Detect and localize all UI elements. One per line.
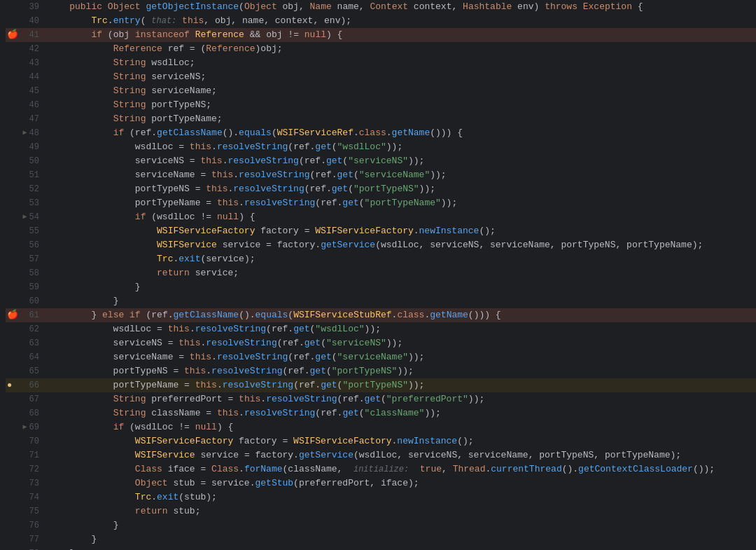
code-line-49: 49 wsdlLoc = this.resolveString(ref.get(… — [6, 140, 756, 154]
line-number-49: 49 — [6, 140, 48, 154]
code-line-66: ●66 portTypeName = this.resolveString(re… — [6, 378, 756, 392]
code-line-78: 78 } — [6, 546, 756, 550]
line-number-41: 🍎41 — [6, 28, 48, 42]
code-line-46: 46 String portTypeNS; — [6, 98, 756, 112]
code-editor: 39 public Object getObjectInstance(Objec… — [0, 0, 756, 550]
line-number-59: 59 — [6, 280, 48, 294]
line-number-52: 52 — [6, 182, 48, 196]
line-number-70: 70 — [6, 434, 48, 448]
code-line-44: 44 String serviceNS; — [6, 70, 756, 84]
line-number-42: 42 — [6, 42, 48, 56]
line-number-68: 68 — [6, 406, 48, 420]
line-number-58: 58 — [6, 266, 48, 280]
code-line-47: 47 String portTypeName; — [6, 112, 756, 126]
line-number-46: 46 — [6, 98, 48, 112]
code-line-45: 45 String serviceName; — [6, 84, 756, 98]
code-line-76: 76 } — [6, 518, 756, 532]
code-line-54: ▶54 if (wsdlLoc != null) { — [6, 210, 756, 224]
code-line-72: 72 Class iface = Class.forName(className… — [6, 462, 756, 476]
line-number-40: 40 — [6, 14, 48, 28]
code-line-51: 51 serviceName = this.resolveString(ref.… — [6, 168, 756, 182]
code-line-57: 57 Trc.exit(service); — [6, 252, 756, 266]
code-line-67: 67 String preferredPort = this.resolveSt… — [6, 392, 756, 406]
code-line-50: 50 serviceNS = this.resolveString(ref.ge… — [6, 154, 756, 168]
line-number-43: 43 — [6, 56, 48, 70]
line-number-73: 73 — [6, 476, 48, 490]
code-line-48: ▶48 if (ref.getClassName().equals(WSIFSe… — [6, 126, 756, 140]
code-line-71: 71 WSIFService service = factory.getServ… — [6, 448, 756, 462]
line-number-54: ▶54 — [6, 210, 48, 224]
code-line-56: 56 WSIFService service = factory.getServ… — [6, 238, 756, 252]
line-number-48: ▶48 — [6, 126, 48, 140]
line-number-39: 39 — [6, 0, 48, 14]
code-line-74: 74 Trc.exit(stub); — [6, 490, 756, 504]
line-number-63: 63 — [6, 336, 48, 350]
code-line-39: 39 public Object getObjectInstance(Objec… — [6, 0, 756, 14]
code-line-61: 🍎61 } else if (ref.getClassName().equals… — [6, 308, 756, 322]
line-number-50: 50 — [6, 154, 48, 168]
line-number-61: 🍎61 — [6, 308, 48, 322]
line-number-67: 67 — [6, 392, 48, 406]
line-number-69: ▶69 — [6, 420, 48, 434]
line-number-56: 56 — [6, 238, 48, 252]
code-line-60: 60 } — [6, 294, 756, 308]
code-line-42: 42 Reference ref = (Reference)obj; — [6, 42, 756, 56]
code-content: 39 public Object getObjectInstance(Objec… — [0, 0, 756, 550]
code-line-77: 77 } — [6, 532, 756, 546]
code-line-73: 73 Object stub = service.getStub(preferr… — [6, 476, 756, 490]
line-number-62: 62 — [6, 322, 48, 336]
code-line-40: 40 Trc.entry( that: this, obj, name, con… — [6, 14, 756, 28]
code-line-75: 75 return stub; — [6, 504, 756, 518]
line-number-76: 76 — [6, 518, 48, 532]
code-line-52: 52 portTypeNS = this.resolveString(ref.g… — [6, 182, 756, 196]
line-number-74: 74 — [6, 490, 48, 504]
code-line-65: 65 portTypeNS = this.resolveString(ref.g… — [6, 364, 756, 378]
code-line-53: 53 portTypeName = this.resolveString(ref… — [6, 196, 756, 210]
line-number-64: 64 — [6, 350, 48, 364]
line-number-78: 78 — [6, 546, 48, 550]
code-line-62: 62 wsdlLoc = this.resolveString(ref.get(… — [6, 322, 756, 336]
line-number-45: 45 — [6, 84, 48, 98]
code-line-58: 58 return service; — [6, 266, 756, 280]
code-line-41: 🍎41 if (obj instanceof Reference && obj … — [6, 28, 756, 42]
code-line-68: 68 String className = this.resolveString… — [6, 406, 756, 420]
line-number-71: 71 — [6, 448, 48, 462]
line-number-77: 77 — [6, 532, 48, 546]
line-number-66: ●66 — [6, 378, 48, 392]
code-line-43: 43 String wsdlLoc; — [6, 56, 756, 70]
line-number-51: 51 — [6, 168, 48, 182]
code-line-59: 59 } — [6, 280, 756, 294]
line-number-60: 60 — [6, 294, 48, 308]
line-number-44: 44 — [6, 70, 48, 84]
line-number-47: 47 — [6, 112, 48, 126]
code-line-55: 55 WSIFServiceFactory factory = WSIFServ… — [6, 224, 756, 238]
code-line-63: 63 serviceNS = this.resolveString(ref.ge… — [6, 336, 756, 350]
code-line-69: ▶69 if (wsdlLoc != null) { — [6, 420, 756, 434]
line-number-53: 53 — [6, 196, 48, 210]
line-number-55: 55 — [6, 224, 48, 238]
line-number-57: 57 — [6, 252, 48, 266]
code-line-64: 64 serviceName = this.resolveString(ref.… — [6, 350, 756, 364]
line-number-65: 65 — [6, 364, 48, 378]
line-number-72: 72 — [6, 462, 48, 476]
line-number-75: 75 — [6, 504, 48, 518]
code-line-70: 70 WSIFServiceFactory factory = WSIFServ… — [6, 434, 756, 448]
